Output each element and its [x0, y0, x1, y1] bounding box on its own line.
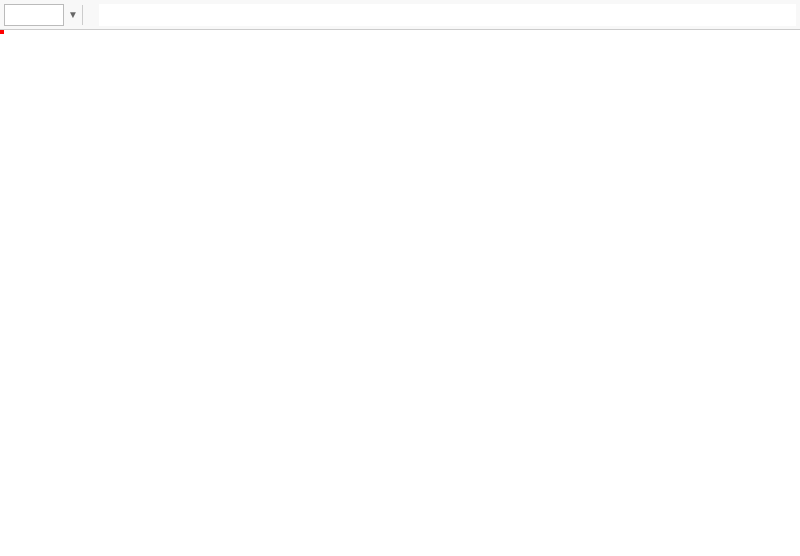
- dropdown-arrow-icon: ▼: [68, 9, 78, 20]
- selection-outline: [0, 30, 4, 34]
- formula-input[interactable]: [99, 4, 796, 26]
- cell-reference-box[interactable]: [4, 4, 64, 26]
- formula-bar: ▼: [0, 0, 800, 30]
